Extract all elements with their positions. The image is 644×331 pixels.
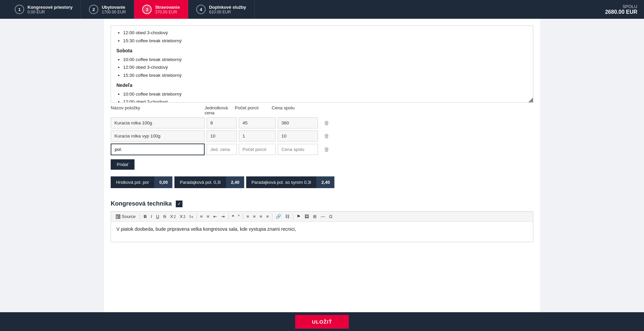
editor-container: S Source B I U S X2 X2 Ix ≡ ≡ ⇤ ⇥ ❝ ❜ [111,211,533,242]
delete-new-row-button[interactable]: 🗑 [320,147,333,153]
outdent-button[interactable]: ⇤ [212,213,219,220]
toolbar-divider-2 [197,214,197,220]
scrollbar-corner [528,98,533,102]
sobota-item-3: 15:30 coffee break strieborný [123,72,528,79]
unlink-button[interactable]: ⛓ [283,213,291,220]
ulozit-button[interactable]: ULOŽIŤ [295,315,349,329]
step-info-4: Doplnkové služby 610.00 EUR [209,5,246,14]
remove-format-button[interactable]: Ix [188,213,195,220]
step-title-2: Ubytovanie [102,5,126,10]
new-table-row: 🗑 [111,144,533,155]
table-row: Kuracia rolka 100g 8 45 360 🗑 [111,117,533,128]
step-price-4: 610.00 EUR [209,10,246,14]
quick-item-2[interactable]: Paradajková pol. so syrom 0,3l 2,40 [246,176,335,188]
row1-total: 360 [278,117,318,128]
step-circle-2: 2 [89,5,98,14]
underline-button[interactable]: U [154,213,161,220]
quick-item-2-name: Paradajková pol. so syrom 0,3l [246,176,317,188]
source-icon: S [116,214,120,219]
step-info-2: Ubytovanie 1700.00 EUR [102,5,126,14]
step-price-3: 370.00 EUR [155,10,180,14]
align-left-button[interactable]: ≡ [245,213,251,220]
quick-item-0-name: Hrstková pol. por [111,176,154,188]
toolbar-divider-6 [293,214,293,220]
blockquote2-button[interactable]: ❜ [236,213,241,220]
total-value: 2680.00 EUR [605,9,637,15]
special-char-button[interactable]: Ω [327,213,334,220]
editor-content: V piatok doobeda, bude pripravena velka … [116,226,296,232]
main-content: 12:00 obed 3-chodový 15:30 coffee break … [104,19,540,331]
new-row-total-input[interactable] [278,144,318,155]
quick-add-row: Hrstková pol. por 0,00 Paradajková pol. … [111,176,533,188]
piatok-item-2: 15:30 coffee break strieborný [123,37,528,45]
step-info-1: Kongresové priestory 0.00 EUR [28,5,72,14]
blockquote-button[interactable]: ❝ [230,213,236,220]
indent-button[interactable]: ⇥ [219,213,226,220]
quick-item-1-name: Paradajková pol. 0,3l [174,176,226,188]
nav-step-4[interactable]: 4 Doplnkové služby 610.00 EUR [188,0,255,19]
new-row-portions-input[interactable] [239,144,276,155]
align-center-button[interactable]: ≡ [252,213,258,220]
nedela-heading: Nedeľa [116,81,528,89]
total-label: SPOLU [605,4,637,9]
row1-name: Kuracia rolka 100g [111,117,205,128]
strikethrough-button[interactable]: S [162,213,168,220]
delete-row1-button[interactable]: 🗑 [320,120,333,126]
toolbar-divider-5 [272,214,272,220]
section-header: Kongresová technika ✓ [111,200,533,207]
row2-total: 10 [278,130,318,142]
step-info-3: Stravovanie 370.00 EUR [155,5,180,14]
align-justify-button[interactable]: ≡ [265,213,271,220]
flag-button[interactable]: ⚑ [295,213,302,220]
image-button[interactable]: 🖼 [303,213,311,220]
superscript-button[interactable]: X2 [178,213,187,220]
info-box[interactable]: 12:00 obed 3-chodový 15:30 coffee break … [111,25,533,103]
align-right-button[interactable]: ≡ [258,213,264,220]
svg-text:S: S [116,215,118,219]
table-section: Názov položky Jednotková cena Počet porc… [111,103,533,188]
pridat-button[interactable]: Pridať [111,159,135,170]
col-name: Názov položky [111,105,205,115]
step-title-4: Doplnkové služby [209,5,246,10]
italic-button[interactable]: I [149,213,154,220]
sobota-item-2: 12:00 obed 3-chodový [123,64,528,71]
bold-button[interactable]: B [142,213,148,220]
nav-step-3[interactable]: 3 Stravovanie 370.00 EUR [134,0,188,19]
hr-button[interactable]: — [319,213,327,220]
editor-body[interactable]: V piatok doobeda, bude pripravena velka … [111,222,533,242]
sobota-item-1: 10:00 coffee break strieborný [123,56,528,63]
delete-row2-button[interactable]: 🗑 [320,133,333,139]
quick-item-2-price: 2,40 [316,176,334,188]
row2-unit-price: 10 [207,130,237,142]
bottom-bar: ULOŽIŤ [0,312,644,331]
step-circle-3: 3 [142,5,152,14]
row2-portions: 1 [239,130,276,142]
quick-item-1[interactable]: Paradajková pol. 0,3l 2,40 [174,176,244,188]
table-header: Názov položky Jednotková cena Počet porc… [111,103,533,117]
quick-item-0-price: 0,00 [154,176,172,188]
table-row: Kuracia rolka vyp 100g 10 1 10 🗑 [111,130,533,142]
new-row-name-input[interactable] [111,144,205,155]
step-price-2: 1700.00 EUR [102,10,126,14]
nedela-item-2: 12:00 obed 3-chodový [123,98,528,103]
toolbar-divider-3 [228,214,228,220]
table-button[interactable]: ⊞ [311,213,318,220]
quick-item-1-price: 2,40 [226,176,244,188]
nav-step-1[interactable]: 1 Kongresové priestory 0.00 EUR [7,0,81,19]
quick-item-0[interactable]: Hrstková pol. por 0,00 [111,176,172,188]
kongresova-section: Kongresová technika ✓ S Source B I U S X… [111,200,533,242]
toolbar-divider-1 [140,214,140,220]
nav-step-2[interactable]: 2 Ubytovanie 1700.00 EUR [81,0,134,19]
row2-name: Kuracia rolka vyp 100g [111,130,205,142]
new-row-price-input[interactable] [207,144,237,155]
unordered-list-button[interactable]: ≡ [205,213,211,220]
editor-toolbar: S Source B I U S X2 X2 Ix ≡ ≡ ⇤ ⇥ ❝ ❜ [111,212,533,222]
col-total: Cena spolu [272,105,312,115]
subscript-button[interactable]: X2 [168,213,177,220]
section-checkbox[interactable]: ✓ [176,201,182,207]
row1-unit-price: 8 [207,117,237,128]
link-button[interactable]: 🔗 [274,213,283,220]
source-button[interactable]: S Source [113,213,138,220]
ordered-list-button[interactable]: ≡ [199,213,205,220]
sobota-heading: Sobota [116,47,528,54]
